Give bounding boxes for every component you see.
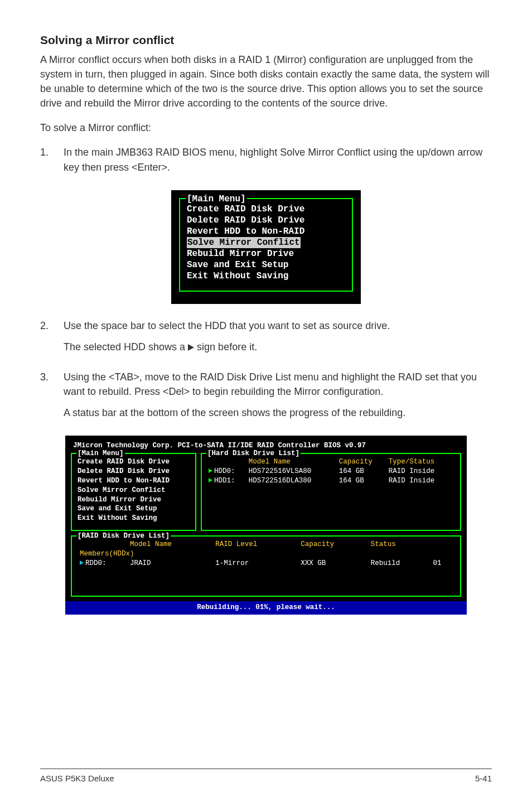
bios-small-item-1: Delete RAID Disk Drive (187, 215, 345, 226)
intro-paragraph: A Mirror conflict occurs when both disks… (40, 52, 492, 110)
step-3: 3. Using the <TAB>, move to the RAID Dis… (40, 370, 492, 427)
bios-hddlist-box: [Hard Disk Drive List] Model Name Capaci… (201, 453, 461, 531)
triangle-icon (188, 344, 194, 351)
bios-small-screenshot: [Main Menu] Create RAID Disk Drive Delet… (171, 190, 361, 304)
bios-mainmenu-title: [Main Menu] (76, 449, 125, 458)
mainmenu-item-6: Exit Without Saving (78, 514, 190, 523)
step-2: 2. Use the space bar to select the HDD t… (40, 318, 492, 361)
step-1-number: 1. (40, 145, 64, 181)
step-2-number: 2. (40, 318, 64, 361)
bios-small-item-5: Save and Exit Setup (187, 259, 345, 270)
footer-left: ASUS P5K3 Deluxe (40, 774, 114, 783)
step-3-note: A status bar at the bottom of the screen… (64, 405, 492, 420)
step-3-number: 3. (40, 370, 64, 427)
mainmenu-item-2: Revert HDD to Non-RAID (78, 476, 190, 486)
triangle-icon (80, 561, 84, 565)
raid-hdr-level: RAID Level (213, 540, 298, 549)
step-1: 1. In the main JMB363 RAID BIOS menu, hi… (40, 145, 492, 181)
bios-raidlist-box: [RAID Disk Drive List] Model Name RAID L… (71, 535, 461, 597)
bios-small-item-3: Solve Mirror Conflict (187, 237, 345, 248)
lead-line: To solve a Mirror conflict: (40, 120, 492, 135)
raid-hdr-model: Model Name (128, 540, 213, 549)
hdd-row-1: HDD1: HDS722516DLA380 164 GB RAID Inside (207, 476, 454, 486)
mainmenu-item-3: Solve Mirror Conflict (78, 486, 190, 495)
hdd-hdr-type: Type/Status (388, 457, 454, 467)
triangle-icon (209, 478, 212, 482)
page-footer: ASUS P5K3 Deluxe 5-41 (40, 769, 492, 783)
hdd-hdr-capacity: Capacity (338, 457, 388, 467)
step-3-text: Using the <TAB>, move to the RAID Disk D… (64, 370, 492, 399)
mainmenu-item-5: Save and Exit Setup (78, 504, 190, 514)
bios-status-bar: Rebuilding... 01%, please wait... (65, 601, 467, 615)
step-2-text-a: Use the space bar to select the HDD that… (64, 318, 492, 333)
step-2-text-b: The selected HDD shows a sign before it. (64, 340, 492, 354)
step-1-text: In the main JMB363 RAID BIOS menu, highl… (64, 145, 492, 174)
bios-small-item-4: Rebuild Mirror Drive (187, 248, 345, 259)
raid-hdr-status: Status (369, 540, 431, 549)
mainmenu-item-0: Create RAID Disk Drive (78, 457, 190, 467)
bios-large-screenshot: JMicron Technology Corp. PCI-to-SATA II/… (65, 436, 467, 615)
bios-small-title: [Main Menu] (186, 194, 247, 205)
hdd-row-0: HDD0: HDS722516VLSA80 164 GB RAID Inside (207, 467, 454, 476)
bios-small-item-2: Revert HDD to Non-RAID (187, 226, 345, 237)
raid-row-0: RDD0: JRAID 1-Mirror XXX GB Rebuild 01 (78, 559, 454, 568)
mainmenu-item-1: Delete RAID Disk Drive (78, 467, 190, 476)
raid-header-row: Model Name RAID Level Capacity Status (78, 540, 454, 549)
hdd-header-row: Model Name Capacity Type/Status (207, 457, 454, 467)
triangle-icon (209, 468, 212, 473)
raid-members-row: Members(HDDx) (78, 549, 454, 559)
raid-members-label: Members(HDDx) (78, 549, 454, 559)
bios-small-item-6: Exit Without Saving (187, 270, 345, 282)
bios-hddlist-title: [Hard Disk Drive List] (206, 449, 301, 458)
bios-mainmenu-box: [Main Menu] Create RAID Disk Drive Delet… (71, 453, 196, 531)
hdd-hdr-model: Model Name (248, 457, 338, 467)
bios-small-item-0: Create RAID Disk Drive (187, 204, 345, 215)
mainmenu-item-4: Rebuild Mirror Drive (78, 495, 190, 505)
section-heading: Solving a Mirror conflict (40, 33, 492, 47)
footer-right: 5-41 (475, 774, 492, 783)
bios-raidlist-title: [RAID Disk Drive List] (76, 532, 171, 541)
raid-hdr-capacity: Capacity (298, 540, 369, 549)
